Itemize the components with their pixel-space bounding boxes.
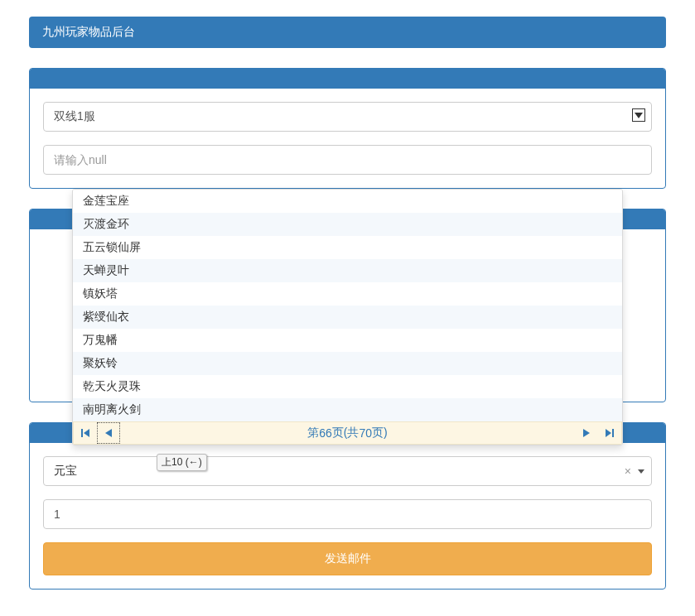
panel-send-body: 元宝 × 上10 (←) 发送邮件 (30, 443, 665, 589)
dropdown-option[interactable]: 乾天火灵珠 (73, 375, 622, 398)
dropdown-option[interactable]: 紫绶仙衣 (73, 306, 622, 329)
pager-first-button[interactable] (74, 422, 97, 444)
quantity-input[interactable] (43, 499, 652, 529)
page-title-text: 九州玩家物品后台 (42, 25, 135, 38)
combo-clear-button[interactable]: × (625, 464, 631, 478)
item-combo-value: 元宝 (54, 464, 77, 479)
svg-marker-3 (105, 429, 112, 437)
server-select[interactable]: 双线1服 (43, 102, 652, 132)
svg-marker-2 (84, 429, 89, 437)
panel-server-body: 双线1服 (30, 89, 665, 188)
dropdown-option[interactable]: 五云锁仙屏 (73, 236, 622, 259)
first-page-icon (81, 429, 89, 437)
pager-next-button[interactable] (575, 422, 598, 444)
panel-server-header (30, 69, 665, 89)
svg-marker-4 (583, 429, 590, 437)
dropdown-pager: 第 66 页(共70页) (73, 421, 622, 445)
pager-last-button[interactable] (598, 422, 621, 444)
panel-send: 元宝 × 上10 (←) 发送邮件 (29, 422, 666, 590)
next-page-icon (583, 429, 590, 437)
caret-down-icon (638, 469, 644, 474)
dropdown-option[interactable]: 镇妖塔 (73, 282, 622, 306)
panel-server: 双线1服 (29, 68, 666, 189)
dropdown-option[interactable]: 天蝉灵叶 (73, 259, 622, 282)
prev-page-icon (105, 429, 112, 437)
pager-prev-button[interactable] (97, 422, 120, 444)
svg-rect-6 (612, 429, 614, 437)
item-combo-select[interactable]: 元宝 × 上10 (←) (43, 456, 652, 486)
dropdown-option[interactable]: 南明离火剑 (73, 398, 622, 421)
svg-marker-5 (606, 429, 611, 437)
dropdown-option[interactable]: 灭渡金环 (73, 213, 622, 236)
dropdown-option[interactable]: 万鬼幡 (73, 329, 622, 352)
dropdown-option[interactable]: 聚妖铃 (73, 352, 622, 375)
svg-rect-1 (81, 429, 83, 437)
page-title-bar: 九州玩家物品后台 (29, 17, 666, 48)
dropdown-option[interactable]: 金莲宝座 (73, 190, 622, 213)
dropdown-list: 金莲宝座 灭渡金环 五云锁仙屏 天蝉灵叶 镇妖塔 紫绶仙衣 万鬼幡 聚妖铃 乾天… (73, 190, 622, 421)
item-dropdown: 金莲宝座 灭渡金环 五云锁仙屏 天蝉灵叶 镇妖塔 紫绶仙衣 万鬼幡 聚妖铃 乾天… (72, 189, 623, 445)
pager-text: 第 66 页(共70页) (120, 422, 575, 444)
null-input[interactable] (43, 145, 652, 175)
prev-page-chip[interactable]: 上10 (←) (157, 454, 207, 471)
last-page-icon (606, 429, 614, 437)
send-mail-button[interactable]: 发送邮件 (43, 542, 652, 575)
